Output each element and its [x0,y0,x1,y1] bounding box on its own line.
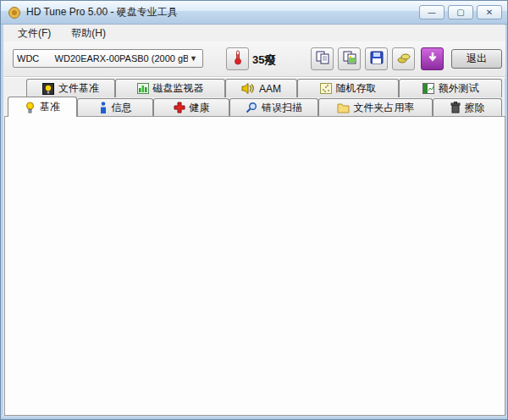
tab-error-scan[interactable]: 错误扫描 [229,98,318,116]
disk-monitor-icon [137,83,149,94]
magnifier-icon [246,102,257,113]
folder-icon [337,102,350,113]
tab-label: 基准 [40,100,60,114]
benchmark-panel [4,116,505,416]
tab-disk-monitor[interactable]: 磁盘监视器 [115,79,225,97]
extra-tests-icon [422,83,434,94]
save-icon [370,51,384,68]
drive-select-value: WDC WD20EARX-00PASB0 (2000 gB [17,53,188,64]
download-button[interactable] [421,47,444,70]
tab-label: 文件夹占用率 [354,101,415,115]
chevron-down-icon: ▼ [188,54,199,63]
app-logo-icon [8,6,21,19]
speaker-icon [241,83,255,94]
export-disks-icon [397,51,411,68]
tab-erase[interactable]: 擦除 [433,98,502,116]
save-button[interactable] [365,47,388,70]
tab-extra-tests[interactable]: 额外测试 [399,79,502,97]
close-button[interactable]: ✕ [477,5,502,19]
trash-icon [450,102,461,113]
copy-image-button[interactable] [338,47,361,70]
tab-label: 信息 [112,101,132,115]
tab-label: 文件基准 [58,81,99,96]
title-bar[interactable]: HD Tune Pro 5.00 - 硬盘专业工具 — ▢ ✕ [1,1,508,25]
temperature-button[interactable] [226,47,249,70]
minimize-button[interactable]: — [419,5,444,19]
tab-label: 健康 [190,101,210,115]
download-arrow-icon [427,52,439,67]
tab-label: 磁盘监视器 [153,81,204,96]
copy-icon [316,51,329,68]
exit-button[interactable]: 退出 [451,49,502,69]
tab-aam[interactable]: AAM [225,79,297,97]
maximize-button[interactable]: ▢ [448,5,473,19]
tab-file-benchmark[interactable]: 文件基准 [26,79,115,97]
health-cross-icon [174,102,185,113]
tab-label: 随机存取 [336,81,377,96]
menu-bar: 文件(F) 帮助(H) [4,25,505,41]
copy-image-icon [343,51,356,68]
toolbar: WDC WD20EARX-00PASB0 (2000 gB ▼ 35癈 [4,41,505,77]
app-window: HD Tune Pro 5.00 - 硬盘专业工具 — ▢ ✕ 文件(F) 帮助… [0,0,508,420]
tab-info[interactable]: 信息 [77,98,153,116]
random-access-icon [320,83,332,94]
file-benchmark-icon [42,83,54,95]
temperature-value: 35癈 [252,52,275,68]
tab-benchmark-active[interactable]: 基准 [8,97,77,117]
thermometer-icon [234,50,242,69]
bulb-icon [25,102,36,113]
tab-folder-usage[interactable]: 文件夹占用率 [318,98,433,116]
copy-button[interactable] [311,47,334,70]
tab-label: 额外测试 [439,81,479,96]
drive-select-combobox[interactable]: WDC WD20EARX-00PASB0 (2000 gB ▼ [13,49,203,68]
tab-label: AAM [259,83,281,95]
tab-label: 错误扫描 [262,101,302,115]
tab-health[interactable]: 健康 [153,98,229,116]
tab-label: 擦除 [465,101,485,115]
tab-random-access[interactable]: 随机存取 [297,79,399,97]
menu-help[interactable]: 帮助(H) [63,25,114,42]
export-button[interactable] [392,47,415,70]
window-title: HD Tune Pro 5.00 - 硬盘专业工具 [26,5,419,19]
menu-file[interactable]: 文件(F) [9,25,59,42]
info-person-icon [99,102,108,113]
